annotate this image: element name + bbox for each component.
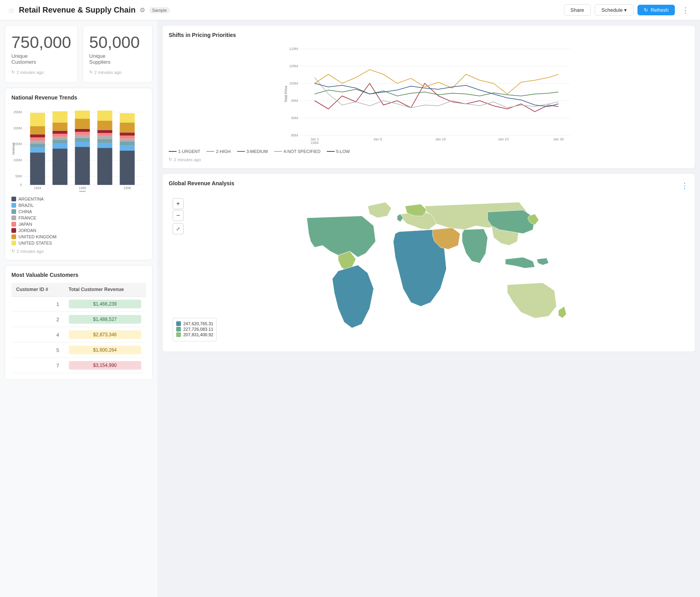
svg-rect-18 [30,126,45,135]
svg-rect-22 [53,140,68,144]
svg-rect-48 [120,136,135,139]
most-valuable-card: Most Valuable Customers Customer ID # To… [5,265,153,380]
kpi-unique-suppliers: 50,000 UniqueSuppliers ↻ 2 minutes ago [83,25,153,83]
legend-japan: JAPAN [11,222,146,227]
svg-rect-15 [30,140,45,144]
right-panel: Shifts in Pricing Priorities 110M 105M 1… [157,20,700,597]
sample-badge: Sample [149,7,170,13]
legend-jordan: JORDAN [11,228,146,233]
svg-rect-39 [98,136,112,139]
more-options-button[interactable]: ⋮ [679,4,692,16]
svg-rect-29 [75,142,90,147]
pricing-priorities-card: Shifts in Pricing Priorities 110M 105M 1… [162,25,695,169]
svg-rect-34 [75,119,90,129]
app-header: ☆ Retail Revenue & Supply Chain ⚙ Sample… [0,0,700,20]
map-zoom-out-button[interactable]: − [173,210,184,221]
legend-argentina: ARGENTINA [11,197,146,201]
national-revenue-title: National Revenue Trends [11,94,146,101]
svg-rect-21 [53,144,68,149]
svg-rect-35 [75,111,90,119]
svg-rect-30 [75,138,90,142]
schedule-button[interactable]: Schedule ▾ [595,4,634,16]
share-button[interactable]: Share [564,4,591,16]
page-title: Retail Revenue & Supply Chain [19,6,136,15]
svg-rect-44 [120,151,135,185]
svg-rect-38 [98,139,112,143]
svg-rect-36 [98,148,112,185]
refresh-button[interactable]: ↻ Refresh [637,5,675,15]
svg-text:105M: 105M [289,64,298,68]
star-icon[interactable]: ☆ [8,6,15,15]
svg-rect-51 [120,113,135,123]
col-total-revenue: Total Customer Revenue [64,283,146,297]
kpi-suppliers-label: UniqueSuppliers [89,53,111,65]
legend-not-specified: 4-NOT SPECIFIED [274,149,321,154]
global-revenue-card: Global Revenue Analysis ⋮ + − ⤢ [162,173,695,352]
customer-id-cell: 2 [11,312,64,327]
table-row: 1 $1,466,239 [11,297,146,312]
map-zoom-in-button[interactable]: + [173,198,184,209]
svg-rect-45 [120,146,135,151]
legend-china: CHINA [11,209,146,214]
global-revenue-more-button[interactable]: ⋮ [681,181,689,190]
svg-text:100M: 100M [13,158,22,162]
legend-france: FRANCE [11,216,146,220]
table-row: 2 $1,488,527 [11,312,146,327]
svg-text:200M: 200M [13,126,22,130]
table-row: 5 $1,600,264 [11,343,146,358]
bar-chart-legend: ARGENTINA BRAZIL CHINA FRANCE JAPAN [11,197,146,245]
kpi-customers-value: 750,000 [11,33,71,52]
svg-rect-20 [53,149,68,185]
global-revenue-title: Global Revenue Analysis [169,180,234,186]
line-chart-legend: 1-URGENT 2-HIGH 3-MEDIUM 4-NOT SPECIFIED… [169,149,689,154]
national-revenue-card: National Revenue Trends 250M 200M 150M 1… [5,88,153,260]
svg-text:90M: 90M [291,116,298,120]
svg-text:revenue: revenue [11,142,15,155]
svg-rect-14 [30,144,45,147]
customer-id-cell: 5 [11,343,64,358]
map-expand-button[interactable]: ⤢ [173,223,184,234]
customer-revenue-cell: $1,600,264 [64,343,146,358]
svg-text:250M: 250M [13,110,22,114]
map-legend-item-2: 227,726,083.11 [176,327,213,332]
svg-rect-26 [53,123,68,131]
world-map-svg [169,194,689,344]
svg-rect-13 [30,147,45,152]
svg-rect-33 [75,129,90,132]
table-row: 7 $3,154,990 [11,358,146,373]
svg-text:50M: 50M [15,174,22,178]
svg-text:0: 0 [20,183,22,187]
map-container: + − ⤢ [169,194,689,345]
most-valuable-table-container: Customer ID # Total Customer Revenue 1 $… [11,283,146,373]
svg-rect-43 [98,111,112,121]
line-chart-svg: 110M 105M 100M 95M 90M 85M Jan 2 1994 Ja… [169,43,689,145]
legend-low: 5-LOW [327,149,350,154]
svg-text:1994: 1994 [34,186,41,190]
svg-text:Jan 16: Jan 16 [435,137,446,141]
svg-rect-24 [53,134,68,137]
header-right: Share Schedule ▾ ↻ Refresh ⋮ [564,4,692,16]
kpi-suppliers-value: 50,000 [89,33,140,52]
svg-text:Total Price: Total Price [284,86,288,102]
svg-rect-31 [75,135,90,138]
svg-rect-27 [53,111,68,123]
legend-us: UNITED STATES [11,241,146,245]
svg-rect-50 [120,123,135,133]
map-controls: + − ⤢ [173,198,184,234]
table-header-row: Customer ID # Total Customer Revenue [11,283,146,297]
refresh-icon: ↻ [644,7,648,13]
svg-rect-25 [53,131,68,134]
legend-medium: 3-MEDIUM [237,149,268,154]
legend-brazil: BRAZIL [11,203,146,208]
svg-rect-32 [75,132,90,135]
left-panel: 750,000 UniqueCustomers ↻ 2 minutes ago … [0,20,157,597]
table-row: 4 $2,873,346 [11,327,146,343]
svg-rect-12 [30,153,45,185]
header-left: ☆ Retail Revenue & Supply Chain ⚙ Sample [8,6,170,15]
customer-revenue-cell: $1,466,239 [64,297,146,312]
settings-icon[interactable]: ⚙ [140,6,145,14]
svg-rect-17 [30,135,45,138]
customer-revenue-cell: $2,873,346 [64,327,146,343]
svg-text:1994: 1994 [311,141,319,145]
svg-text:year: year [79,190,86,192]
